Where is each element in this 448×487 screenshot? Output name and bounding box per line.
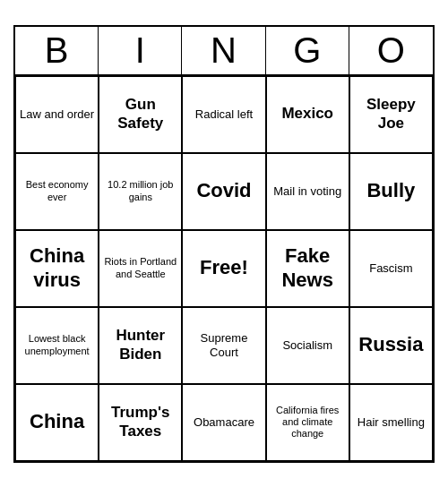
bingo-header: BINGO: [15, 27, 433, 76]
bingo-cell-20: China: [15, 384, 99, 461]
bingo-cell-15: Lowest black unemployment: [15, 307, 99, 384]
bingo-cell-4: Sleepy Joe: [349, 76, 433, 153]
bingo-cell-19: Russia: [349, 307, 433, 384]
bingo-cell-6: 10.2 million job gains: [99, 153, 182, 230]
bingo-letter-n: N: [182, 27, 265, 74]
bingo-cell-12: Free!: [182, 230, 265, 307]
bingo-letter-g: G: [266, 27, 349, 74]
bingo-cell-1: Gun Safety: [99, 76, 182, 153]
bingo-cell-5: Best economy ever: [15, 153, 99, 230]
bingo-cell-7: Covid: [182, 153, 265, 230]
bingo-cell-22: Obamacare: [182, 384, 265, 461]
bingo-cell-8: Mail in voting: [266, 153, 349, 230]
bingo-cell-14: Fascism: [349, 230, 433, 307]
bingo-letter-i: I: [99, 27, 182, 74]
bingo-cell-21: Trump's Taxes: [99, 384, 182, 461]
bingo-cell-17: Supreme Court: [182, 307, 265, 384]
bingo-cell-10: China virus: [15, 230, 99, 307]
bingo-letter-o: O: [349, 27, 433, 74]
bingo-cell-23: California fires and climate change: [266, 384, 349, 461]
bingo-cell-11: Riots in Portland and Seattle: [99, 230, 182, 307]
bingo-cell-3: Mexico: [266, 76, 349, 153]
bingo-cell-2: Radical left: [182, 76, 265, 153]
bingo-grid: Law and orderGun SafetyRadical leftMexic…: [15, 76, 433, 461]
bingo-cell-18: Socialism: [266, 307, 349, 384]
bingo-letter-b: B: [15, 27, 99, 74]
bingo-cell-24: Hair smelling: [349, 384, 433, 461]
bingo-cell-16: Hunter Biden: [99, 307, 182, 384]
bingo-cell-13: Fake News: [266, 230, 349, 307]
bingo-cell-9: Bully: [349, 153, 433, 230]
bingo-cell-0: Law and order: [15, 76, 99, 153]
bingo-card: BINGO Law and orderGun SafetyRadical lef…: [13, 25, 435, 463]
